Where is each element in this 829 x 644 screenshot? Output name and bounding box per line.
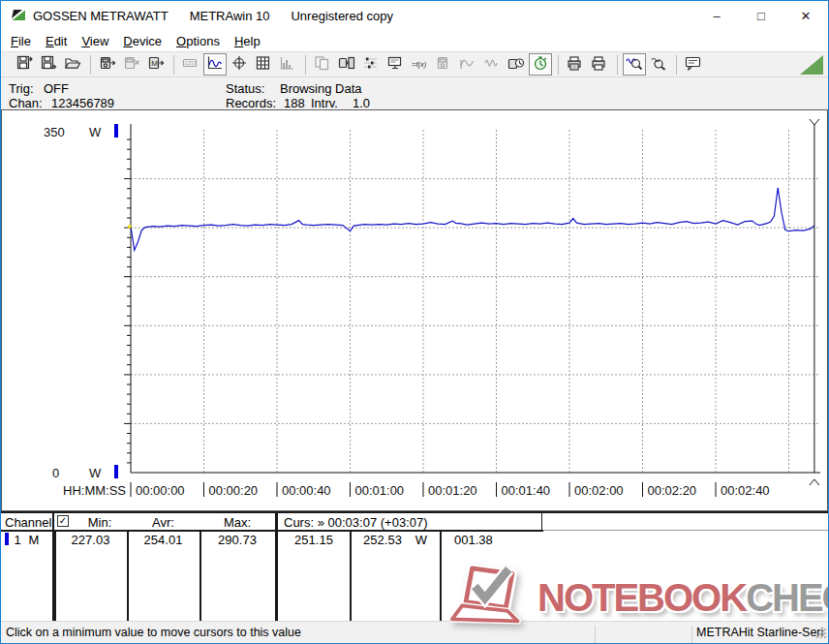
close-button[interactable]: ✕ [783, 1, 828, 30]
acquisition-info-panel: Trig: OFF Chan: 123456789 Status: Browsi… [1, 77, 828, 109]
svg-text:00:00:40: 00:00:40 [282, 483, 331, 498]
channel-config-button[interactable] [359, 53, 383, 76]
formula-fx-icon: =f(x) [411, 55, 428, 74]
menu-help[interactable]: Help [232, 33, 262, 49]
gossen-logo-triangle [797, 54, 825, 76]
title-app-name: METRAwin 10 [190, 9, 270, 23]
curve-display-button[interactable] [203, 53, 227, 76]
metrawin-window: GOSSEN METRAWATT METRAwin 10 Unregistere… [0, 0, 829, 644]
store-device-button[interactable] [335, 53, 358, 76]
menu-edit[interactable]: Edit [44, 33, 69, 49]
print-icon [591, 55, 608, 74]
svg-text:=f(x): =f(x) [412, 60, 427, 69]
zoom-in-curve-button[interactable] [623, 53, 646, 76]
save-curve-icon [15, 55, 33, 74]
crosshair-cursor-icon [230, 55, 248, 74]
interval-timer-button[interactable] [529, 53, 552, 76]
minimize-button[interactable]: – [694, 1, 739, 30]
channel-color-marker [5, 533, 9, 545]
save-curve-button[interactable] [13, 53, 36, 76]
chan-label: Chan: [9, 96, 43, 110]
power-chart[interactable]: 00:00:0000:00:2000:00:4000:01:0000:01:20… [2, 110, 827, 510]
max-value[interactable]: 290.73 [200, 533, 275, 547]
print-preview-button[interactable] [564, 53, 587, 76]
menu-device[interactable]: Device [121, 33, 164, 49]
records-value: 188 [284, 96, 305, 110]
annotation-button[interactable] [682, 53, 705, 76]
device-memory-button[interactable]: M [144, 53, 168, 76]
trig-label: Trig: [9, 81, 34, 96]
toolbar-separator [173, 55, 174, 75]
status-value: Browsing Data [280, 81, 362, 96]
measurement-table: Channel: ✓ Min: Avr: Max: Curs: » 00:03:… [1, 511, 828, 621]
toolbar-separator [558, 55, 559, 75]
status-label: Status: [226, 81, 264, 96]
interval-value: 1.0 [353, 96, 370, 110]
analog-out-icon [459, 55, 476, 74]
title-brand: GOSSEN METRAWATT [33, 9, 169, 23]
svg-text:00:02:40: 00:02:40 [721, 483, 770, 498]
crosshair-cursor-button[interactable] [228, 53, 251, 76]
zoom-out-curve-button[interactable] [647, 53, 670, 76]
svg-text:00:01:20: 00:01:20 [428, 483, 477, 498]
cursor2-value: 252.53 [350, 533, 415, 547]
max-header: Max: [200, 515, 275, 530]
read-device-button[interactable] [96, 53, 119, 76]
curve-display-icon [206, 55, 224, 74]
cursor-unit: W [412, 533, 431, 547]
svg-text:00:02:20: 00:02:20 [648, 483, 697, 498]
numeric-display-icon: 1257 [182, 55, 200, 74]
print-preview-icon [567, 55, 584, 74]
chan-value: 123456789 [51, 96, 114, 110]
display-config-button[interactable] [384, 53, 407, 76]
table-display-button[interactable] [252, 53, 275, 76]
title-license: Unregistered copy [291, 9, 393, 23]
chart-panel: 00:00:0000:00:2000:00:4000:01:0000:01:20… [1, 109, 828, 511]
save-as-icon [40, 55, 57, 74]
min-value[interactable]: 227.03 [54, 533, 127, 547]
svg-text:00:01:00: 00:01:00 [355, 483, 405, 498]
svg-text:W: W [89, 125, 102, 139]
delta-value: 001.38 [454, 533, 512, 547]
menu-view[interactable]: View [79, 33, 110, 49]
device-memory-icon: M [147, 55, 165, 74]
histogram-display-button [276, 53, 299, 76]
disconnect-device-button [120, 53, 143, 76]
open-file-button[interactable] [61, 53, 84, 76]
toolbar-separator [90, 55, 91, 75]
formula-fx-button[interactable]: =f(x) [408, 53, 431, 76]
disconnect-device-icon [123, 55, 140, 74]
svg-text:HH:MM:SS: HH:MM:SS [63, 483, 126, 498]
svg-text:350: 350 [44, 125, 65, 139]
toolbar-separator [305, 55, 306, 75]
menu-options[interactable]: Options [174, 33, 222, 49]
maximize-button[interactable]: □ [739, 1, 783, 30]
interval-timer-icon [532, 55, 549, 74]
channel-config-icon [362, 55, 380, 74]
resize-grip[interactable] [814, 626, 827, 642]
svg-text:00:01:40: 00:01:40 [502, 483, 551, 498]
signal-out-button [480, 53, 504, 76]
svg-text:M: M [151, 59, 158, 68]
svg-text:0: 0 [52, 466, 59, 480]
menu-file[interactable]: File [9, 33, 33, 49]
print-button[interactable] [588, 53, 611, 76]
avr-header: Avr: [127, 515, 200, 530]
zoom-out-curve-icon [650, 55, 667, 74]
avr-value[interactable]: 254.01 [127, 533, 200, 547]
read-device-icon [99, 55, 116, 74]
open-file-icon [64, 55, 81, 74]
cursor-header: Curs: » 00:03:07 (+03:07) [284, 515, 428, 530]
cursor1-value: 251.15 [278, 533, 350, 547]
channel-mode: M [27, 533, 41, 547]
annotation-icon [685, 55, 702, 74]
svg-text:00:02:00: 00:02:00 [574, 483, 624, 498]
zoom-in-curve-icon [626, 55, 643, 74]
time-config-button[interactable] [505, 53, 528, 76]
save-as-button[interactable] [37, 53, 60, 76]
channel-checkbox[interactable]: ✓ [57, 515, 69, 527]
copy-data-icon [314, 55, 331, 74]
device-config-icon [435, 55, 452, 74]
analog-out-button [456, 53, 479, 76]
status-message: Click on a minimum value to move cursors… [6, 626, 301, 639]
